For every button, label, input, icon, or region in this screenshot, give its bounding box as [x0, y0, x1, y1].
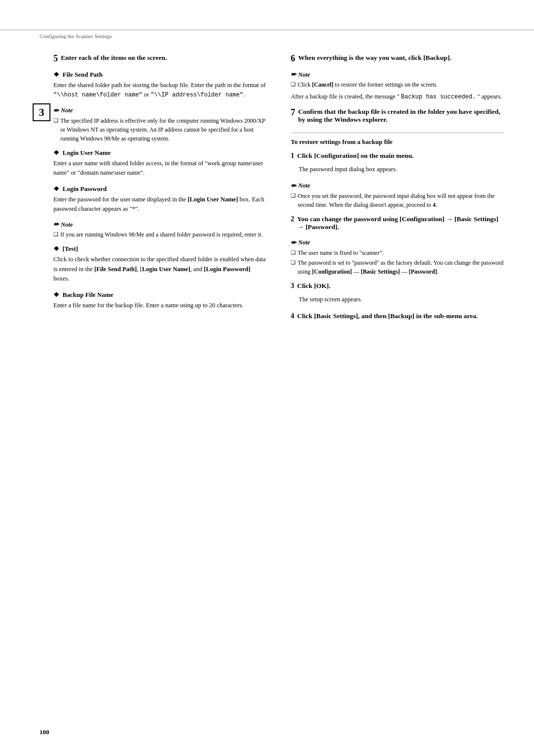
- note4-pencil-icon: ✏: [291, 182, 296, 190]
- restore-step3-header: 3 Click [OK].: [291, 282, 504, 290]
- backup-file-name-section: ❖ Backup File Name Enter a file name for…: [53, 291, 267, 310]
- note2-title: ✏ Note: [53, 221, 267, 229]
- col-right: 6 When everything is the way you want, c…: [286, 54, 504, 328]
- restore-step3-text: Click [OK].: [297, 282, 331, 290]
- login-user-name-body: Enter a user name with shared folder acc…: [53, 159, 267, 178]
- section-divider: [291, 133, 504, 133]
- note1-pencil-icon: ✏: [53, 107, 59, 115]
- step6-block: 6 When everything is the way you want, c…: [291, 54, 504, 63]
- note5-section: ✏ Note The user name is fixed to "scanne…: [291, 239, 504, 276]
- note3-section: ✏ Note Click [Cancel] to restore the for…: [291, 71, 504, 102]
- note4-label: Note: [298, 182, 310, 189]
- test-section: ❖ [Test] Click to check whether connecti…: [53, 245, 267, 284]
- restore-step4-block: 4 Click [Basic Settings], and then [Back…: [291, 312, 504, 320]
- test-body: Click to check whether connection to the…: [53, 255, 267, 284]
- file-send-path-body: Enter the shared folder path for storing…: [53, 81, 267, 100]
- restore-step1-header: 1 Click [Configuration] on the main menu…: [291, 152, 504, 160]
- note4-section: ✏ Note Once you set the password, the pa…: [291, 182, 504, 209]
- note3-pencil-icon: ✏: [291, 71, 296, 79]
- restore-step2-block: 2 You can change the password using [Con…: [291, 215, 504, 231]
- header-bar: Configuring the Scanner Settings: [0, 30, 534, 42]
- restore-step2-header: 2 You can change the password using [Con…: [291, 215, 504, 231]
- step7-header: 7 Confirm that the backup file is create…: [291, 108, 504, 124]
- restore-step1-body: The password input dialog box appears.: [291, 165, 504, 174]
- note1-item1: The specified IP address is effective on…: [53, 116, 267, 143]
- backup-file-name-title: ❖ Backup File Name: [53, 291, 267, 299]
- note3-after: After a backup file is created, the mess…: [291, 92, 504, 102]
- restore-step1-num: 1: [291, 152, 294, 160]
- note4-title: ✏ Note: [291, 182, 504, 190]
- step6-header: 6 When everything is the way you want, c…: [291, 54, 504, 63]
- page-number: 100: [40, 728, 49, 736]
- login-password-title: ❖ Login Password: [53, 185, 267, 193]
- restore-header: To restore settings from a backup file: [291, 138, 504, 146]
- note5-title: ✏ Note: [291, 239, 504, 247]
- header-text: Configuring the Scanner Settings: [40, 33, 112, 39]
- login-user-name-title: ❖ Login User Name: [53, 149, 267, 157]
- restore-step1-block: 1 Click [Configuration] on the main menu…: [291, 152, 504, 174]
- step5-block: 5 Enter each of the items on the screen.: [53, 54, 267, 63]
- restore-step4-header: 4 Click [Basic Settings], and then [Back…: [291, 312, 504, 320]
- step6-text: When everything is the way you want, cli…: [298, 54, 451, 62]
- note3-item1: Click [Cancel] to restore the former set…: [291, 80, 504, 89]
- note1-label: Note: [61, 107, 73, 114]
- note2-label: Note: [61, 221, 73, 229]
- note5-item1: The user name is fixed to "scanner".: [291, 248, 504, 257]
- step7-block: 7 Confirm that the backup file is create…: [291, 108, 504, 124]
- note4-item1: Once you set the password, the password …: [291, 191, 504, 209]
- note5-item2: The password is set to "password" as the…: [291, 258, 504, 276]
- restore-step3-num: 3: [291, 282, 294, 290]
- step7-text: Confirm that the backup file is created …: [298, 108, 504, 124]
- step5-num: 5: [53, 54, 58, 63]
- note2-item1: If you are running Windows 98/Me and a s…: [53, 230, 267, 239]
- note1-section: ✏ Note The specified IP address is effec…: [53, 107, 267, 143]
- note1-title: ✏ Note: [53, 107, 267, 115]
- login-password-body: Enter the password for the user name dis…: [53, 195, 267, 214]
- file-send-path-section: ❖ File Send Path Enter the shared folder…: [53, 71, 267, 100]
- test-title: ❖ [Test]: [53, 245, 267, 253]
- restore-step3-body: The setup screen appears.: [291, 295, 504, 304]
- login-user-name-section: ❖ Login User Name Enter a user name with…: [53, 149, 267, 178]
- page-footer: 100: [40, 728, 49, 736]
- note2-pencil-icon: ✏: [53, 221, 59, 229]
- note5-label: Note: [298, 239, 310, 246]
- step5-text: Enter each of the items on the screen.: [61, 54, 167, 62]
- login-password-section: ❖ Login Password Enter the password for …: [53, 185, 267, 214]
- note3-label: Note: [298, 71, 310, 79]
- backup-file-name-body: Enter a file name for the backup file. E…: [53, 301, 267, 310]
- two-col: 5 Enter each of the items on the screen.…: [53, 54, 504, 328]
- left-sidebar: 3: [30, 54, 53, 328]
- note5-pencil-icon: ✏: [291, 239, 296, 247]
- restore-step2-num: 2: [291, 215, 294, 223]
- step6-num: 6: [291, 54, 295, 63]
- step7-num: 7: [291, 108, 295, 117]
- restore-step1-text: Click [Configuration] on the main menu.: [297, 152, 414, 160]
- restore-step2-text: You can change the password using [Confi…: [297, 215, 504, 231]
- page: Configuring the Scanner Settings 3 5 Ent…: [0, 0, 534, 756]
- note2-section: ✏ Note If you are running Windows 98/Me …: [53, 221, 267, 239]
- file-send-path-title: ❖ File Send Path: [53, 71, 267, 79]
- restore-step3-block: 3 Click [OK]. The setup screen appears.: [291, 282, 504, 304]
- col-left: 5 Enter each of the items on the screen.…: [53, 54, 272, 328]
- restore-step4-num: 4: [291, 312, 294, 320]
- chapter-number: 3: [33, 103, 50, 121]
- note3-title: ✏ Note: [291, 71, 504, 79]
- restore-step4-text: Click [Basic Settings], and then [Backup…: [297, 312, 478, 320]
- step5-header: 5 Enter each of the items on the screen.: [53, 54, 267, 63]
- content-area: 3 5 Enter each of the items on the scree…: [0, 54, 534, 328]
